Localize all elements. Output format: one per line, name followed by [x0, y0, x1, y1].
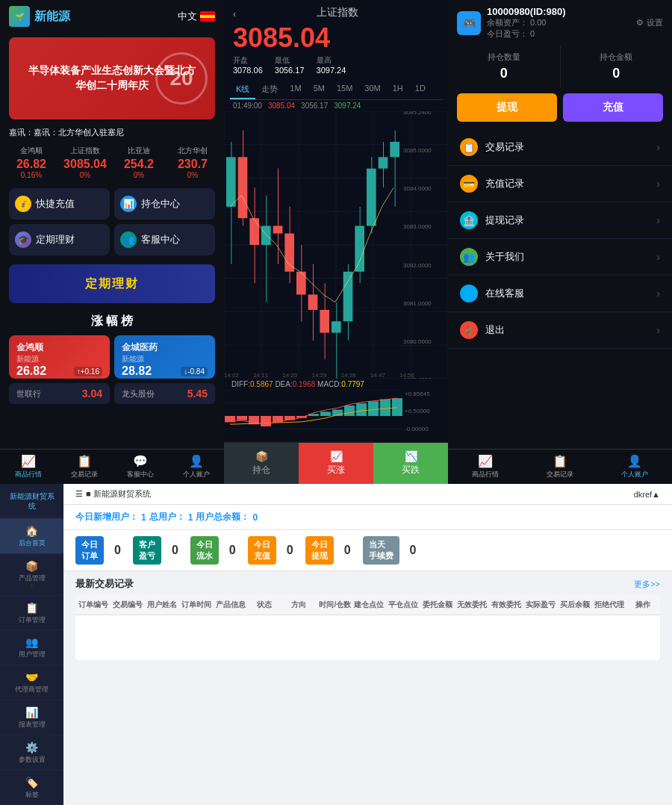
right-nav-market[interactable]: 📈 商品行情	[448, 450, 523, 484]
open-value: 3078.06	[233, 66, 263, 75]
language-badge[interactable]: 中文	[178, 10, 215, 23]
positions-icon: 📊	[120, 196, 137, 212]
recharge-stat-value: 0	[281, 544, 299, 557]
nav-service[interactable]: 💬 客服中心	[112, 450, 168, 484]
stock-price: 3.04	[82, 388, 102, 400]
stock-card-jinhongshun[interactable]: 金鸿顺 新能源 26.82 ↑+0.16	[9, 335, 110, 379]
reports-sidebar-label: 报表管理	[19, 721, 46, 729]
tab-5m[interactable]: 5M	[308, 81, 331, 99]
quick-btn-recharge[interactable]: 💰 快捷充值	[9, 188, 110, 220]
stock-card-jincheng[interactable]: 金城医药 新能源 28.82 ↓-0.84	[114, 335, 215, 379]
market-item[interactable]: 北方华创 230.7 0%	[167, 146, 218, 179]
arrow-icon: ›	[656, 178, 660, 190]
market-item[interactable]: 金鸿顺 26.82 0.16%	[6, 146, 57, 179]
admin-stat-cards: 今日订单 0 客户盈亏 0 今日流水 0 今日充值 0 今日提现 0 当天手续费…	[63, 530, 672, 571]
arrow-icon: ›	[656, 214, 660, 226]
right-nav-trades[interactable]: 📋 交易记录	[523, 450, 597, 484]
col-entrust: 委托金额	[420, 595, 454, 615]
stock-mini-shilian[interactable]: 世联行 3.04	[9, 383, 110, 404]
market-label: 比亚迪	[113, 146, 164, 156]
quick-btn-finance[interactable]: 🎓 定期理财	[9, 224, 110, 255]
user-id: 10000980(ID:980)	[487, 6, 566, 17]
market-label: 上证指数	[60, 146, 111, 156]
sidebar-item-orders[interactable]: 📋 订单管理	[0, 596, 63, 631]
deposit-btn[interactable]: 充值	[563, 93, 663, 122]
market-item[interactable]: 上证指数 3085.04 0%	[60, 146, 111, 179]
menu-withdraw-history[interactable]: 🏦 提现记录 ›	[448, 202, 672, 239]
withdraw-btn[interactable]: 提现	[457, 93, 557, 122]
stat-card-orders: 今日订单 0	[75, 536, 127, 565]
recharge-stat-btn[interactable]: 今日充值	[248, 536, 276, 565]
sidebar-item-tags[interactable]: 🏷️ 标签	[0, 771, 63, 805]
stock-mini-longtou[interactable]: 龙头股份 5.45	[114, 383, 215, 404]
about-menu-icon: 👥	[460, 248, 478, 266]
tab-kline[interactable]: K线	[230, 81, 255, 99]
sidebar-item-users[interactable]: 👥 用户管理	[0, 630, 63, 665]
tab-1m[interactable]: 1M	[284, 81, 307, 99]
position-quantity: 持仓数量 0	[448, 46, 560, 87]
hold-btn[interactable]: 📦 持仓	[224, 443, 299, 484]
table-more-link[interactable]: 更多>>	[634, 579, 660, 590]
col-order-num: 订单编号	[75, 595, 110, 615]
sidebar-item-products[interactable]: 📦 产品管理 ›	[0, 554, 63, 596]
nav-market[interactable]: 📈 商品行情	[0, 450, 56, 484]
menu-logout[interactable]: 🚪 退出 ›	[448, 312, 672, 349]
account-nav-icon: 👤	[189, 454, 204, 468]
buy-fall-btn[interactable]: 📉 买跌	[373, 443, 448, 484]
menu-recharge[interactable]: 💳 充值记录 ›	[448, 166, 672, 202]
stock-price: 28.82	[122, 364, 152, 378]
chart-price: 3085.04	[233, 22, 439, 54]
sidebar-menu: 🏠 后台首页 📦 产品管理 › 📋 订单管理 👥 用户管理 🤝 代理商管理	[0, 519, 63, 805]
account-stats: 持仓数量 0 持仓金额 0	[448, 46, 672, 87]
orders-stat-btn[interactable]: 今日订单	[75, 536, 104, 565]
sidebar-item-agents[interactable]: 🤝 代理商管理	[0, 665, 63, 700]
admin-table-section: 最新交易记录 更多>> 订单编号 交易编号 用户姓名 订单时间 产品信息 状态 …	[63, 571, 672, 805]
arrow-icon: ›	[656, 141, 660, 153]
tab-15m[interactable]: 15M	[331, 81, 358, 99]
tab-30m[interactable]: 30M	[358, 81, 386, 99]
market-item[interactable]: 比亚迪 254.2 0%	[113, 146, 164, 179]
col-order-time: 订单时间	[178, 595, 213, 615]
menu-about[interactable]: 👥 关于我们 ›	[448, 239, 672, 276]
sidebar-item-params[interactable]: ⚙️ 参数设置	[0, 736, 63, 771]
transactions-table: 订单编号 交易编号 用户姓名 订单时间 产品信息 状态 方向 时间/仓数 建仓点…	[75, 595, 660, 660]
macd-label: MACD:	[317, 380, 341, 388]
tab-1d[interactable]: 1D	[409, 81, 432, 99]
orders-sidebar-label: 订单管理	[19, 616, 46, 624]
finance-promo[interactable]: 定期理财	[9, 264, 215, 303]
withdraw-stat-btn[interactable]: 今日提现	[305, 536, 334, 565]
about-menu-label: 关于我们	[485, 250, 656, 264]
quick-btn-positions[interactable]: 📊 持仓中心	[114, 188, 215, 220]
total-users-label: 总用户：	[149, 511, 185, 523]
service-icon: 👥	[120, 231, 137, 248]
position-qty-label: 持仓数量	[460, 52, 548, 63]
chart-title: 上证指数	[236, 6, 439, 19]
fee-stat-btn[interactable]: 当天手续费	[363, 536, 399, 565]
total-balance-label: 用户总余额：	[196, 511, 249, 523]
quick-btn-service[interactable]: 👥 客服中心	[114, 224, 215, 255]
trades-nav-label: 交易记录	[71, 470, 98, 479]
breadcrumb-text: ■ 新能源财贸系统	[86, 488, 151, 500]
sidebar-item-reports[interactable]: 📊 报表管理	[0, 700, 63, 736]
tab-1h[interactable]: 1H	[387, 81, 409, 99]
tab-trend[interactable]: 走势	[255, 81, 284, 99]
nav-account[interactable]: 👤 个人账户	[168, 450, 224, 484]
col-status: 状态	[247, 595, 281, 615]
stock-name: 金城医药	[122, 341, 208, 354]
profit-stat-btn[interactable]: 客户盈亏	[133, 536, 161, 565]
low-label: 最低	[275, 55, 305, 66]
trades-menu-label: 交易记录	[485, 140, 656, 154]
sidebar-item-home[interactable]: 🏠 后台首页	[0, 519, 63, 554]
settings-btn[interactable]: ⚙ 设置	[636, 17, 663, 28]
market-value: 3085.04	[60, 158, 111, 171]
right-nav-account[interactable]: 👤 个人账户	[597, 450, 672, 484]
stock-grid: 金鸿顺 新能源 26.82 ↑+0.16 金城医药 新能源 28.82	[0, 335, 224, 379]
menu-trades[interactable]: 📋 交易记录 ›	[448, 129, 672, 166]
flow-stat-btn[interactable]: 今日流水	[190, 536, 219, 565]
market-row: 金鸿顺 26.82 0.16% 上证指数 3085.04 0% 比亚迪 254.…	[0, 141, 224, 184]
menu-online-service[interactable]: 🌐 在线客服 ›	[448, 276, 672, 312]
nav-trades[interactable]: 📋 交易记录	[56, 450, 112, 484]
buy-rise-btn[interactable]: 📈 买涨	[299, 443, 373, 484]
app-name: 新能源	[34, 9, 70, 25]
chart-time-info: 01:49:00 3085.04 3056.17 3097.24	[224, 100, 448, 111]
